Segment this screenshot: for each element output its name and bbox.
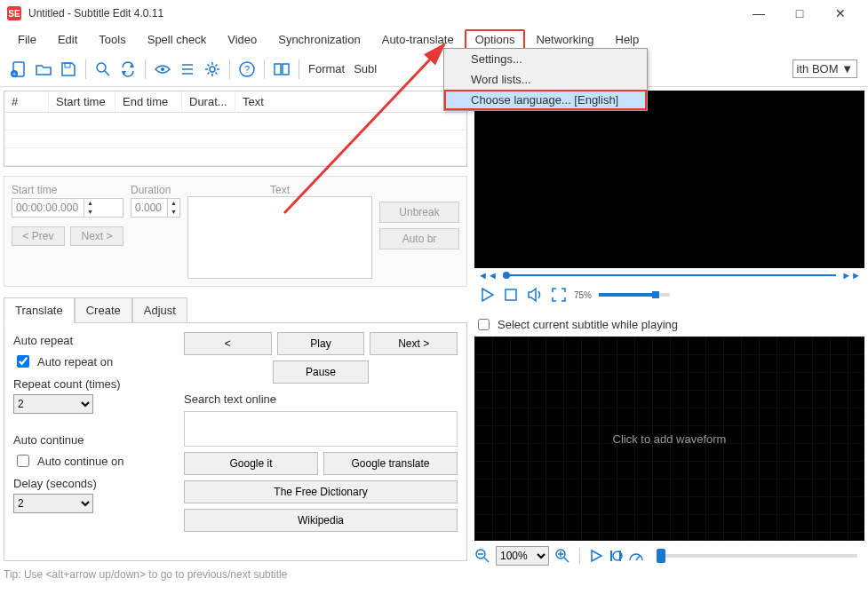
save-icon[interactable] [57,58,80,81]
col-text[interactable]: Text [235,91,466,112]
repeat-count-label: Repeat count (times) [13,377,173,391]
open-icon[interactable] [32,58,55,81]
stop-icon[interactable] [503,287,519,303]
menu-autotranslate[interactable]: Auto-translate [371,29,465,50]
svg-line-5 [105,71,109,75]
maximize-button[interactable]: □ [779,0,820,27]
seek-start-icon[interactable]: ◄◄ [478,270,498,281]
tab-adjust[interactable]: Adjust [132,297,187,323]
unbreak-button[interactable]: Unbreak [379,202,459,223]
free-dictionary-button[interactable]: The Free Dictionary [184,480,458,503]
down-arrow-icon[interactable]: ▼ [84,208,96,217]
table-row[interactable] [4,148,466,166]
menu-help[interactable]: Help [605,29,650,50]
next-button[interactable]: Next > [70,226,123,246]
replace-icon[interactable] [116,58,139,81]
wave-marker-icon[interactable] [609,549,623,563]
menu-spellcheck[interactable]: Spell check [137,29,217,50]
search-online-label: Search text online [184,392,458,406]
wikipedia-button[interactable]: Wikipedia [184,509,458,532]
seek-end-icon[interactable]: ►► [841,270,861,281]
dropdown-wordlists[interactable]: Word lists... [444,69,647,90]
menu-sync[interactable]: Synchronization [267,29,371,50]
pause-button[interactable]: Pause [273,360,369,384]
col-duration[interactable]: Durat... [182,91,235,112]
minimize-button[interactable]: — [738,0,779,27]
subtitle-text-input[interactable] [187,196,372,279]
volume-slider[interactable] [599,293,670,297]
svg-text:?: ? [244,64,250,75]
duration-label: Duration [131,184,180,196]
list-icon[interactable] [176,58,199,81]
col-start[interactable]: Start time [49,91,115,112]
volume-icon[interactable] [526,286,544,304]
play-button[interactable]: Play [277,332,365,355]
auto-continue-check[interactable] [17,455,29,467]
dropdown-choose-language[interactable]: Choose language... [English] [444,90,647,110]
delay-select[interactable]: 2 [13,494,93,513]
tab-translate[interactable]: Translate [4,297,75,323]
auto-repeat-checkbox[interactable]: Auto repeat on [13,352,173,370]
help-icon[interactable]: ? [235,58,259,81]
select-while-playing-check[interactable] [478,319,490,330]
table-row[interactable] [4,113,466,131]
down-arrow-icon[interactable]: ▼ [167,208,179,217]
menu-tools[interactable]: Tools [88,29,136,50]
auto-continue-label: Auto continue [13,433,173,447]
duration-input[interactable]: ▲▼ [131,198,180,218]
menu-video[interactable]: Video [217,29,267,50]
format-select[interactable]: Subl [354,62,377,75]
wave-play-icon[interactable] [589,549,603,563]
start-time-input[interactable]: ▲▼ [12,198,123,218]
menu-networking[interactable]: Networking [525,29,604,50]
play-icon[interactable] [478,286,496,304]
fullscreen-icon[interactable] [551,287,567,303]
google-it-button[interactable]: Google it [184,452,318,475]
window-title: Untitled - Subtitle Edit 4.0.11 [28,7,738,20]
svg-point-4 [97,63,106,72]
settings-icon[interactable] [201,58,224,81]
auto-continue-on-label: Auto continue on [37,455,124,468]
prev-button[interactable]: < Prev [12,226,65,246]
subtitle-table[interactable]: # Start time End time Durat... Text [4,91,467,167]
layout-icon[interactable] [270,58,293,81]
tab-create[interactable]: Create [75,297,132,323]
svg-line-20 [564,558,569,562]
zoom-in-icon[interactable] [554,548,570,564]
col-end[interactable]: End time [115,91,182,112]
svg-rect-14 [283,64,289,75]
menu-edit[interactable]: Edit [47,29,88,50]
close-button[interactable]: ✕ [820,0,861,27]
wave-speed-icon[interactable] [628,548,644,564]
up-arrow-icon[interactable]: ▲ [167,199,179,208]
start-time-field[interactable] [12,202,84,214]
table-row[interactable] [4,131,466,148]
search-icon[interactable] [92,58,115,81]
menu-file[interactable]: File [7,29,47,50]
video-preview[interactable] [474,91,864,268]
encoding-select[interactable]: ith BOM ▼ [792,59,857,78]
col-number[interactable]: # [4,91,49,112]
waveform-slider[interactable] [657,554,857,558]
up-arrow-icon[interactable]: ▲ [84,199,96,208]
menu-options[interactable]: Options [465,29,526,50]
text-label: Text [187,184,372,196]
next-subtitle-button[interactable]: Next > [370,332,458,355]
duration-field[interactable] [131,202,167,214]
google-translate-button[interactable]: Google translate [323,452,458,475]
waveform-area[interactable]: Click to add waveform [474,337,864,541]
auto-repeat-check[interactable] [17,355,29,368]
dropdown-settings[interactable]: Settings... [444,49,647,69]
zoom-out-icon[interactable] [474,548,490,564]
delay-label: Delay (seconds) [13,477,173,490]
autobr-button[interactable]: Auto br [379,228,459,250]
visual-sync-icon[interactable] [151,58,174,81]
auto-continue-checkbox[interactable]: Auto continue on [13,452,173,470]
zoom-select[interactable]: 100% [496,546,549,566]
video-seek-slider[interactable] [503,274,836,276]
select-while-playing-checkbox[interactable]: Select current subtitle while playing [474,316,864,333]
back-button[interactable]: < [184,332,272,355]
search-online-input[interactable] [184,411,458,447]
repeat-count-select[interactable]: 2 [13,394,93,414]
new-icon[interactable]: + [7,58,30,81]
